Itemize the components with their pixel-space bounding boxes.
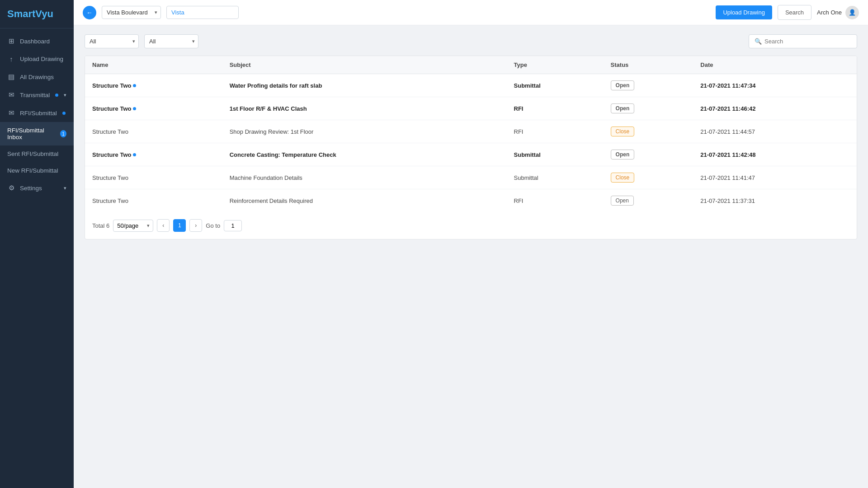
cell-status-5: Open (604, 189, 693, 212)
project-tab-input[interactable] (166, 6, 239, 19)
sidebar-item-dashboard[interactable]: ⊞Dashboard (0, 32, 74, 50)
rfi-submittal-inbox-badge: 1 (60, 130, 66, 137)
name-cell-4: Structure Two (92, 174, 215, 181)
page-1-button[interactable]: 1 (173, 219, 186, 232)
page-size-select[interactable]: 50/page 20/page 100/page (113, 220, 153, 232)
cell-subject-0: Water Profing details for raft slab (222, 74, 507, 97)
cell-name-3: Structure Two (85, 143, 222, 166)
all-drawings-icon: ▤ (7, 73, 15, 81)
user-avatar: 👤 (845, 6, 859, 19)
search-icon: 🔍 (755, 38, 762, 45)
table-header-row: Name Subject Type Status Date (85, 56, 857, 74)
sidebar-item-rfi-submittal[interactable]: ✉RFI/Submittal (0, 104, 74, 122)
sidebar-item-label-upload-drawing: Upload Drawing (20, 56, 63, 62)
filter1-select[interactable]: All RFI Submittal (85, 34, 139, 48)
status-badge-0: Open (611, 80, 635, 90)
logo-smart: Smart (7, 8, 35, 19)
cell-subject-4: Machine Foundation Details (222, 166, 507, 189)
cell-name-0: Structure Two (85, 74, 222, 97)
upload-drawing-button[interactable]: Upload Drawing (716, 5, 772, 19)
table-row[interactable]: Structure TwoReinforcement Details Requi… (85, 189, 857, 212)
cell-type-4: Submittal (507, 166, 604, 189)
project-select-wrapper: Vista Boulevard (102, 6, 161, 19)
name-cell-3: Structure Two (92, 151, 215, 158)
cell-type-0: Submittal (507, 74, 604, 97)
name-cell-5: Structure Two (92, 197, 215, 204)
cell-status-2: Close (604, 120, 693, 143)
col-type: Type (507, 56, 604, 74)
cell-type-5: RFI (507, 189, 604, 212)
row-dot-1 (133, 107, 136, 110)
user-name: Arch One (817, 9, 842, 16)
rfi-submittal-dot (62, 112, 66, 115)
sidebar-item-label-all-drawings: All Drawings (20, 74, 54, 80)
sidebar-item-rfi-submittal-inbox[interactable]: RFI/Submittal Inbox1 (0, 122, 74, 145)
sidebar-item-sent-rfi-submittal[interactable]: Sent RFI/Submittal (0, 145, 74, 162)
settings-chevron: ▾ (64, 185, 66, 191)
table-row[interactable]: Structure TwoMachine Foundation DetailsS… (85, 166, 857, 189)
transmittal-icon: ✉ (7, 91, 15, 99)
search-box: 🔍 (749, 34, 857, 48)
cell-status-1: Open (604, 97, 693, 120)
cell-status-3: Open (604, 143, 693, 166)
filter1-wrapper: All RFI Submittal (85, 34, 139, 48)
table-row[interactable]: Structure TwoWater Profing details for r… (85, 74, 857, 97)
col-name: Name (85, 56, 222, 74)
filter-bar: All RFI Submittal All Open Close 🔍 (85, 34, 857, 48)
row-dot-0 (133, 84, 136, 87)
cell-name-1: Structure Two (85, 97, 222, 120)
goto-input[interactable] (224, 220, 242, 231)
name-cell-0: Structure Two (92, 82, 215, 89)
col-status: Status (604, 56, 693, 74)
prev-page-button[interactable]: ‹ (157, 219, 170, 232)
cell-type-2: RFI (507, 120, 604, 143)
rfi-table: Name Subject Type Status Date Structure … (85, 56, 857, 212)
cell-status-4: Close (604, 166, 693, 189)
cell-name-5: Structure Two (85, 189, 222, 212)
sidebar-item-new-rfi-submittal[interactable]: New RFI/Submittal (0, 162, 74, 179)
sidebar-item-label-rfi-submittal: RFI/Submittal (20, 110, 57, 117)
pagination-bar: Total 6 50/page 20/page 100/page ‹ 1 › G… (85, 212, 857, 239)
table-row[interactable]: Structure TwoConcrete Casting: Temperatu… (85, 143, 857, 166)
search-top-button[interactable]: Search (778, 5, 811, 20)
next-page-button[interactable]: › (189, 219, 202, 232)
cell-type-3: Submittal (507, 143, 604, 166)
project-select[interactable]: Vista Boulevard (102, 6, 161, 19)
sidebar-item-label-transmittal: Transmittal (20, 92, 50, 99)
cell-date-5: 21-07-2021 11:37:31 (693, 189, 857, 212)
search-input[interactable] (764, 38, 846, 45)
cell-subject-1: 1st Floor R/F & HVAC Clash (222, 97, 507, 120)
upload-drawing-icon: ↑ (7, 55, 15, 63)
sidebar-item-label-rfi-submittal-inbox: RFI/Submittal Inbox (7, 127, 55, 141)
cell-date-4: 21-07-2021 11:41:47 (693, 166, 857, 189)
row-dot-3 (133, 153, 136, 156)
cell-date-1: 21-07-2021 11:46:42 (693, 97, 857, 120)
logo: SmartVyu (0, 0, 74, 28)
page-content: All RFI Submittal All Open Close 🔍 (74, 25, 868, 488)
status-badge-3: Open (611, 150, 635, 160)
back-button[interactable]: ← (83, 6, 96, 19)
table-row[interactable]: Structure Two1st Floor R/F & HVAC ClashR… (85, 97, 857, 120)
cell-date-0: 21-07-2021 11:47:34 (693, 74, 857, 97)
filter2-select[interactable]: All Open Close (144, 34, 198, 48)
table-container: Name Subject Type Status Date Structure … (85, 56, 857, 239)
cell-date-3: 21-07-2021 11:42:48 (693, 143, 857, 166)
cell-type-1: RFI (507, 97, 604, 120)
sidebar-item-upload-drawing[interactable]: ↑Upload Drawing (0, 50, 74, 68)
sidebar-item-label-dashboard: Dashboard (20, 38, 50, 45)
name-cell-1: Structure Two (92, 105, 215, 112)
sidebar-item-transmittal[interactable]: ✉Transmittal▾ (0, 86, 74, 104)
sidebar-nav: ⊞Dashboard↑Upload Drawing▤All Drawings✉T… (0, 28, 74, 488)
cell-name-4: Structure Two (85, 166, 222, 189)
col-subject: Subject (222, 56, 507, 74)
status-badge-4: Close (611, 173, 635, 183)
dashboard-icon: ⊞ (7, 37, 15, 45)
main-content: ← Vista Boulevard Upload Drawing Search … (74, 0, 868, 488)
sidebar-item-all-drawings[interactable]: ▤All Drawings (0, 68, 74, 86)
cell-subject-3: Concrete Casting: Temperature Check (222, 143, 507, 166)
sidebar-item-settings[interactable]: ⚙Settings▾ (0, 179, 74, 197)
transmittal-chevron: ▾ (64, 92, 66, 98)
table-row[interactable]: Structure TwoShop Drawing Review: 1st Fl… (85, 120, 857, 143)
status-badge-5: Open (611, 196, 634, 206)
cell-subject-2: Shop Drawing Review: 1st Floor (222, 120, 507, 143)
